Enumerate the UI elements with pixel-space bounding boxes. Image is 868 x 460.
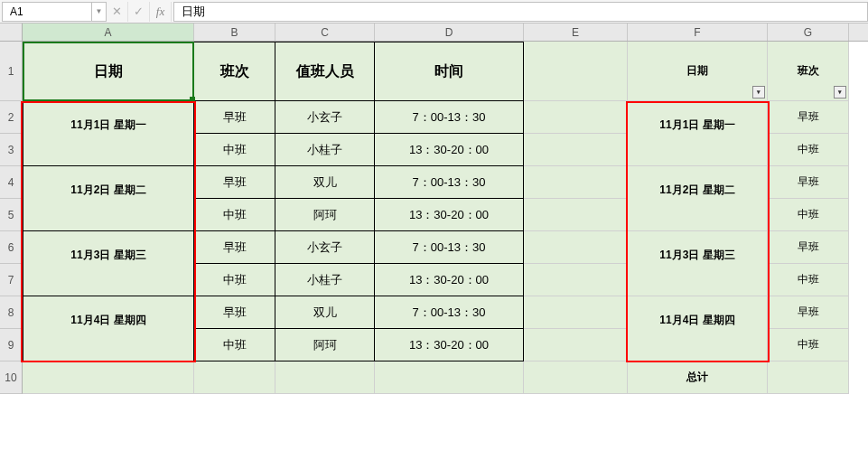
cell-f3[interactable]: 11月1日 星期一 [628, 134, 768, 166]
cell-g3[interactable]: 中班 [768, 134, 849, 166]
cell-c1[interactable]: 值班人员 [275, 42, 375, 101]
cell-f10[interactable]: 总计 [628, 361, 768, 394]
col-header-d[interactable]: D [375, 23, 524, 41]
cell-d3[interactable]: 13：30-20：00 [375, 134, 524, 166]
cell-f7[interactable]: 11月3日 星期三 [628, 264, 768, 296]
cell-f1[interactable]: 日期 ▾ [628, 42, 768, 101]
cell-d6[interactable]: 7：00-13：30 [375, 231, 524, 264]
row-header-10[interactable]: 10 [0, 361, 23, 394]
filter-dropdown-icon[interactable]: ▾ [752, 86, 765, 99]
row-header-5[interactable]: 5 [0, 199, 23, 231]
cell-b3[interactable]: 中班 [194, 134, 275, 166]
cell-b5[interactable]: 中班 [194, 199, 275, 231]
row-header-2[interactable]: 2 [0, 101, 23, 134]
formula-input[interactable]: 日期 [173, 2, 868, 22]
cell-g10[interactable] [768, 361, 849, 394]
cell-e7[interactable] [524, 264, 628, 296]
cell-d8[interactable]: 7：00-13：30 [375, 296, 524, 329]
fx-icon[interactable]: fx [150, 2, 172, 22]
cell-d4[interactable]: 7：00-13：30 [375, 166, 524, 199]
cell-e5[interactable] [524, 199, 628, 231]
cell-b6[interactable]: 早班 [194, 231, 275, 264]
cell-a1[interactable]: 日期 [23, 42, 194, 101]
cell-g4[interactable]: 早班 [768, 166, 849, 199]
cell-e6[interactable] [524, 231, 628, 264]
cell-c2[interactable]: 小玄子 [275, 101, 375, 134]
row-header-1[interactable]: 1 [0, 42, 23, 101]
cell-e1[interactable] [524, 42, 628, 101]
cell-c8[interactable]: 双儿 [275, 296, 375, 329]
cell-d7[interactable]: 13：30-20：00 [375, 264, 524, 296]
col-header-a[interactable]: A [23, 23, 194, 41]
cell-c7[interactable]: 小桂子 [275, 264, 375, 296]
cell-c4[interactable]: 双儿 [275, 166, 375, 199]
cell-f5[interactable]: 11月2日 星期二 [628, 199, 768, 231]
col-header-b[interactable]: B [194, 23, 275, 41]
row-header-7[interactable]: 7 [0, 264, 23, 296]
cell-g9[interactable]: 中班 [768, 329, 849, 361]
cell-d1[interactable]: 时间 [375, 42, 524, 101]
cell-a7[interactable]: 11月3日 星期三 [23, 264, 194, 296]
cell-b9[interactable]: 中班 [194, 329, 275, 361]
cell-g7[interactable]: 中班 [768, 264, 849, 296]
cell-b8[interactable]: 早班 [194, 296, 275, 329]
cell-a3[interactable]: 11月1日 星期一 [23, 134, 194, 166]
cell-d2[interactable]: 7：00-13：30 [375, 101, 524, 134]
spreadsheet-grid: A B C D E F G 1 日期 班次 值班人员 时间 日期 ▾ 班次 ▾ … [0, 23, 868, 394]
cell-f9[interactable]: 11月4日 星期四 [628, 329, 768, 361]
row-header-9[interactable]: 9 [0, 329, 23, 361]
cell-d5[interactable]: 13：30-20：00 [375, 199, 524, 231]
cell-c3[interactable]: 小桂子 [275, 134, 375, 166]
formula-bar: A1 ▼ ✕ ✓ fx 日期 [0, 0, 868, 23]
cell-e10[interactable] [524, 361, 628, 394]
row-header-3[interactable]: 3 [0, 134, 23, 166]
column-headers-row: A B C D E F G [0, 23, 868, 42]
cell-g2[interactable]: 早班 [768, 101, 849, 134]
cell-b4[interactable]: 早班 [194, 166, 275, 199]
cell-c9[interactable]: 阿珂 [275, 329, 375, 361]
cancel-icon: ✕ [107, 2, 128, 22]
cell-a5[interactable]: 11月2日 星期二 [23, 199, 194, 231]
cell-b10[interactable] [194, 361, 275, 394]
cell-g5[interactable]: 中班 [768, 199, 849, 231]
cell-b1[interactable]: 班次 [194, 42, 275, 101]
side-header-date: 日期 [686, 63, 708, 79]
cell-a9[interactable]: 11月4日 星期四 [23, 329, 194, 361]
col-header-e[interactable]: E [524, 23, 628, 41]
cell-a10[interactable] [23, 361, 194, 394]
col-header-g[interactable]: G [768, 23, 849, 41]
cell-e8[interactable] [524, 296, 628, 329]
name-box-dropdown[interactable]: ▼ [92, 2, 107, 22]
row-header-8[interactable]: 8 [0, 296, 23, 329]
col-header-f[interactable]: F [628, 23, 768, 41]
row-header-6[interactable]: 6 [0, 231, 23, 264]
name-box[interactable]: A1 [2, 2, 92, 22]
select-all-corner[interactable] [0, 23, 23, 41]
cell-b7[interactable]: 中班 [194, 264, 275, 296]
cell-b2[interactable]: 早班 [194, 101, 275, 134]
row-header-4[interactable]: 4 [0, 166, 23, 199]
confirm-icon: ✓ [128, 2, 150, 22]
cell-d9[interactable]: 13：30-20：00 [375, 329, 524, 361]
cell-d10[interactable] [375, 361, 524, 394]
cell-c6[interactable]: 小玄子 [275, 231, 375, 264]
cell-e4[interactable] [524, 166, 628, 199]
cell-g1[interactable]: 班次 ▾ [768, 42, 849, 101]
cell-g6[interactable]: 早班 [768, 231, 849, 264]
side-header-shift: 班次 [798, 63, 819, 79]
cell-e3[interactable] [524, 134, 628, 166]
cell-c10[interactable] [275, 361, 375, 394]
cell-e9[interactable] [524, 329, 628, 361]
cell-c5[interactable]: 阿珂 [275, 199, 375, 231]
col-header-c[interactable]: C [275, 23, 375, 41]
cell-e2[interactable] [524, 101, 628, 134]
filter-dropdown-icon[interactable]: ▾ [834, 86, 846, 99]
cell-g8[interactable]: 早班 [768, 296, 849, 329]
